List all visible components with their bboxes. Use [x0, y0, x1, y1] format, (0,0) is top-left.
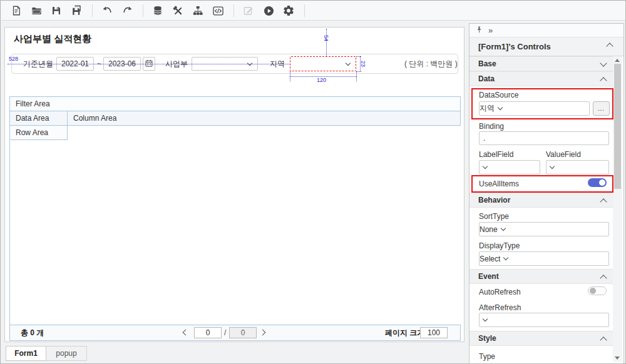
tab-form1[interactable]: Form1 [6, 346, 46, 361]
open-folder-icon [31, 5, 43, 17]
save-all-icon [71, 5, 83, 17]
save-button[interactable] [49, 4, 63, 18]
section-base-label: Base [478, 59, 496, 68]
undo-icon [101, 5, 113, 17]
pivot-data-area[interactable]: Data Area [9, 111, 68, 126]
edit-button[interactable] [242, 4, 255, 18]
toolbar-separator [304, 4, 305, 17]
chevron-up-icon [600, 336, 607, 343]
pin-icon[interactable] [475, 26, 483, 36]
sorttype-select-value: None [480, 225, 498, 234]
region-label: 지역 [270, 57, 285, 71]
displaytype-select[interactable]: Select [479, 251, 609, 266]
date-to-input[interactable] [103, 57, 141, 71]
date-range-separator: ~ [97, 57, 101, 71]
pivot-filter-area-label: Filter Area [16, 99, 50, 108]
tools-icon [172, 5, 184, 17]
new-document-icon [11, 5, 22, 16]
binding-label: Binding [479, 122, 504, 131]
guide-line-top [326, 29, 327, 56]
sitemap-icon [192, 5, 203, 16]
section-data-label: Data [478, 74, 495, 83]
collapse-panel-icon[interactable]: » [488, 26, 493, 35]
prev-page-button[interactable] [183, 330, 189, 336]
autorefresh-label: AutoRefresh [479, 288, 521, 296]
next-page-button[interactable] [260, 330, 266, 336]
run-button[interactable] [262, 4, 275, 18]
type-label: Type [479, 352, 495, 361]
datasource-select-value: 지역 [480, 103, 495, 114]
total-count-label: 총 0 개 [21, 325, 44, 340]
pivot-filter-area[interactable]: Filter Area [9, 96, 461, 111]
labelfield-label: LabelField [479, 150, 513, 159]
valuefield-select[interactable] [546, 160, 609, 174]
guide-value-top: 54 [323, 35, 329, 41]
current-page-input[interactable] [194, 327, 222, 338]
datasource-more-button[interactable]: … [593, 101, 610, 116]
section-event[interactable]: Event [470, 269, 614, 284]
date-from-input[interactable] [56, 57, 94, 71]
section-behavior[interactable]: Behavior [470, 193, 614, 208]
section-event-label: Event [478, 272, 499, 281]
open-folder-button[interactable] [29, 4, 43, 18]
useallitems-label: UseAllItems [479, 179, 519, 188]
autorefresh-toggle[interactable] [588, 286, 607, 295]
region-select-selected[interactable] [290, 56, 356, 71]
section-data[interactable]: Data [470, 71, 614, 86]
scroll-down-icon[interactable] [615, 356, 620, 360]
pivot-row-area[interactable]: Row Area [9, 125, 68, 140]
pivot-column-area[interactable]: Column Area [67, 111, 461, 126]
section-base[interactable]: Base [470, 56, 614, 71]
sorttype-select[interactable]: None [479, 222, 609, 236]
section-behavior-label: Behavior [478, 196, 510, 205]
datasource-select[interactable]: 지역 [479, 101, 590, 116]
tab-popup[interactable]: popup [46, 346, 87, 361]
scroll-up-icon[interactable] [615, 59, 620, 62]
code-view-button[interactable] [211, 4, 225, 18]
settings-button[interactable] [282, 4, 295, 18]
section-style[interactable]: Style [470, 331, 614, 346]
sorttype-label: SortType [479, 212, 509, 221]
save-icon [51, 5, 62, 16]
sitemap-button[interactable] [191, 4, 205, 18]
save-all-button[interactable] [69, 4, 83, 18]
toolbar-separator [143, 4, 143, 17]
calendar-button[interactable] [143, 57, 155, 71]
useallitems-toggle[interactable] [588, 178, 607, 187]
panel-title-text: [Form1]'s Controls [478, 42, 551, 51]
redo-icon [121, 5, 133, 17]
calendar-icon [145, 59, 153, 69]
afterrefresh-select[interactable] [479, 313, 609, 327]
chevron-up-icon[interactable] [606, 43, 613, 49]
binding-input[interactable] [479, 131, 609, 145]
database-button[interactable] [151, 4, 165, 18]
unit-label: ( 단위 : 백만원 ) [404, 57, 458, 71]
page-size-input[interactable] [420, 327, 448, 338]
section-style-label: Style [478, 334, 496, 343]
chevron-down-icon [600, 59, 607, 66]
redo-button[interactable] [120, 4, 134, 18]
labelfield-select[interactable] [479, 160, 540, 174]
chevron-down-icon [500, 226, 505, 231]
pivot-column-area-label: Column Area [73, 114, 116, 123]
report-title: 사업부별 실적현황 [14, 33, 91, 45]
toggle-knob [599, 179, 605, 186]
pivot-body-area [9, 141, 461, 325]
undo-button[interactable] [100, 4, 114, 18]
chevron-up-icon [600, 198, 607, 205]
base-month-label: 기준년월 [23, 57, 53, 71]
panel-title: [Form1]'s Controls [470, 38, 623, 56]
page-separator: / [224, 325, 226, 340]
scrollbar-thumb[interactable] [614, 64, 621, 189]
chevron-down-icon [503, 255, 508, 260]
new-document-button[interactable] [9, 4, 23, 18]
chevron-down-icon [550, 164, 555, 169]
database-icon [152, 5, 163, 16]
page-size-label: 페이지 크기 [385, 325, 424, 340]
design-canvas: 사업부별 실적현황 기준년월 ~ 사업부 지역 ( 단위 : 백만원 ) 528… [4, 27, 464, 342]
panel-scrollbar[interactable] [613, 56, 622, 362]
division-select[interactable] [192, 57, 258, 71]
tools-button[interactable] [171, 4, 185, 18]
afterrefresh-label: AfterRefresh [479, 303, 521, 312]
code-view-icon [212, 5, 224, 17]
